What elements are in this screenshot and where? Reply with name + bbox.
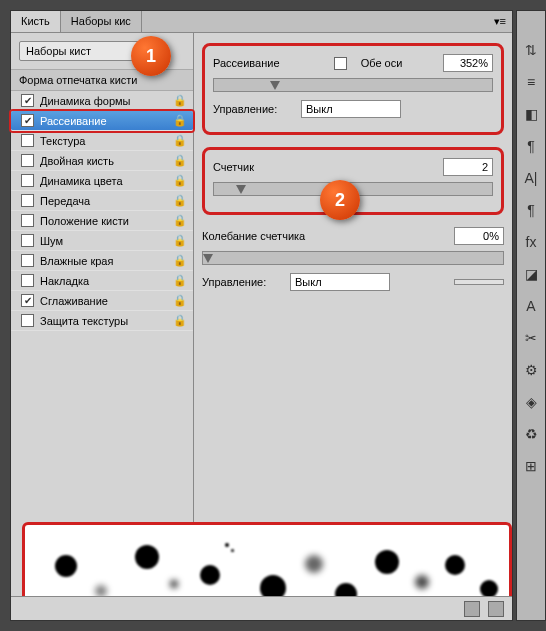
tool-icon-11[interactable]: ◈ <box>522 393 540 411</box>
option-8[interactable]: Влажные края🔒 <box>11 251 193 271</box>
preview-dot <box>135 545 159 569</box>
tool-icon-3[interactable]: ¶ <box>522 137 540 155</box>
panel-menu-icon[interactable]: ▾≡ <box>488 11 512 32</box>
lock-icon[interactable]: 🔒 <box>173 214 187 227</box>
option-0[interactable]: Динамика формы🔒 <box>11 91 193 111</box>
trash-icon[interactable] <box>488 601 504 617</box>
option-checkbox[interactable] <box>21 214 34 227</box>
option-label: Влажные края <box>40 255 113 267</box>
callout-1: 1 <box>131 36 171 76</box>
tip-shape-header[interactable]: Форма отпечатка кисти <box>11 69 193 91</box>
option-label: Рассеивание <box>40 115 107 127</box>
count-jitter-area: Колебание счетчика 0% Управление: Выкл <box>202 227 504 291</box>
option-9[interactable]: Накладка🔒 <box>11 271 193 291</box>
tool-icon-4[interactable]: A| <box>522 169 540 187</box>
option-checkbox[interactable] <box>21 154 34 167</box>
option-label: Положение кисти <box>40 215 129 227</box>
option-checkbox[interactable] <box>21 294 34 307</box>
tool-icon-12[interactable]: ♻ <box>522 425 540 443</box>
option-label: Динамика цвета <box>40 175 123 187</box>
both-axes-checkbox[interactable] <box>334 57 347 70</box>
option-checkbox[interactable] <box>21 174 34 187</box>
tool-icon-6[interactable]: fx <box>522 233 540 251</box>
count-control-select[interactable]: Выкл <box>290 273 390 291</box>
tool-icon-7[interactable]: ◪ <box>522 265 540 283</box>
brush-presets-button[interactable]: Наборы кист <box>19 41 149 61</box>
scatter-control-label: Управление: <box>213 103 293 115</box>
preview-dot <box>415 575 429 589</box>
option-7[interactable]: Шум🔒 <box>11 231 193 251</box>
preview-dot <box>305 555 323 573</box>
scatter-label: Рассеивание <box>213 57 293 69</box>
option-5[interactable]: Передача🔒 <box>11 191 193 211</box>
preview-dot <box>375 550 399 574</box>
preview-dot <box>200 565 220 585</box>
tool-icon-10[interactable]: ⚙ <box>522 361 540 379</box>
lock-icon[interactable]: 🔒 <box>173 154 187 167</box>
count-control-label: Управление: <box>202 276 282 288</box>
tool-icon-8[interactable]: A <box>522 297 540 315</box>
option-label: Накладка <box>40 275 89 287</box>
tool-icon-1[interactable]: ≡ <box>522 73 540 91</box>
callout-2: 2 <box>320 180 360 220</box>
lock-icon[interactable]: 🔒 <box>173 114 187 127</box>
new-preset-icon[interactable] <box>464 601 480 617</box>
option-checkbox[interactable] <box>21 234 34 247</box>
lock-icon[interactable]: 🔒 <box>173 134 187 147</box>
option-label: Передача <box>40 195 90 207</box>
preview-dot <box>445 555 465 575</box>
option-label: Двойная кисть <box>40 155 114 167</box>
both-axes-label: Обе оси <box>361 57 403 69</box>
tool-icon-5[interactable]: ¶ <box>522 201 540 219</box>
option-label: Динамика формы <box>40 95 130 107</box>
option-4[interactable]: Динамика цвета🔒 <box>11 171 193 191</box>
scatter-group: Рассеивание Обе оси 352% Управление: Вык… <box>202 43 504 135</box>
option-label: Защита текстуры <box>40 315 128 327</box>
lock-icon[interactable]: 🔒 <box>173 254 187 267</box>
option-3[interactable]: Двойная кисть🔒 <box>11 151 193 171</box>
scatter-slider[interactable] <box>213 78 493 92</box>
preview-dot <box>225 543 229 547</box>
count-control-extra <box>454 279 504 285</box>
lock-icon[interactable]: 🔒 <box>173 174 187 187</box>
option-10[interactable]: Сглаживание🔒 <box>11 291 193 311</box>
option-checkbox[interactable] <box>21 314 34 327</box>
count-value[interactable]: 2 <box>443 158 493 176</box>
lock-icon[interactable]: 🔒 <box>173 314 187 327</box>
option-checkbox[interactable] <box>21 94 34 107</box>
tool-icon-9[interactable]: ✂ <box>522 329 540 347</box>
option-2[interactable]: Текстура🔒 <box>11 131 193 151</box>
lock-icon[interactable]: 🔒 <box>173 234 187 247</box>
option-checkbox[interactable] <box>21 194 34 207</box>
lock-icon[interactable]: 🔒 <box>173 194 187 207</box>
option-checkbox[interactable] <box>21 134 34 147</box>
lock-icon[interactable]: 🔒 <box>173 294 187 307</box>
right-toolbar: ⇅≡◧¶A|¶fx◪A✂⚙◈♻⊞ <box>516 10 546 621</box>
option-checkbox[interactable] <box>21 274 34 287</box>
panel-footer <box>11 596 512 620</box>
option-1[interactable]: Рассеивание🔒 <box>11 111 193 131</box>
lock-icon[interactable]: 🔒 <box>173 94 187 107</box>
tool-icon-0[interactable]: ⇅ <box>522 41 540 59</box>
tab-brush[interactable]: Кисть <box>11 11 61 32</box>
scatter-value[interactable]: 352% <box>443 54 493 72</box>
preview-dot <box>170 580 178 588</box>
tool-icon-2[interactable]: ◧ <box>522 105 540 123</box>
option-label: Шум <box>40 235 63 247</box>
option-6[interactable]: Положение кисти🔒 <box>11 211 193 231</box>
tab-presets[interactable]: Наборы кис <box>61 11 142 32</box>
preview-dot <box>231 549 234 552</box>
count-jitter-label: Колебание счетчика <box>202 230 305 242</box>
option-checkbox[interactable] <box>21 254 34 267</box>
count-label: Счетчик <box>213 161 293 173</box>
scatter-control-select[interactable]: Выкл <box>301 100 401 118</box>
count-jitter-value[interactable]: 0% <box>454 227 504 245</box>
option-label: Текстура <box>40 135 85 147</box>
brush-panel: Кисть Наборы кис ▾≡ Наборы кист Форма от… <box>10 10 513 621</box>
option-checkbox[interactable] <box>21 114 34 127</box>
lock-icon[interactable]: 🔒 <box>173 274 187 287</box>
tab-bar: Кисть Наборы кис ▾≡ <box>11 11 512 33</box>
tool-icon-13[interactable]: ⊞ <box>522 457 540 475</box>
option-11[interactable]: Защита текстуры🔒 <box>11 311 193 331</box>
count-jitter-slider[interactable] <box>202 251 504 265</box>
